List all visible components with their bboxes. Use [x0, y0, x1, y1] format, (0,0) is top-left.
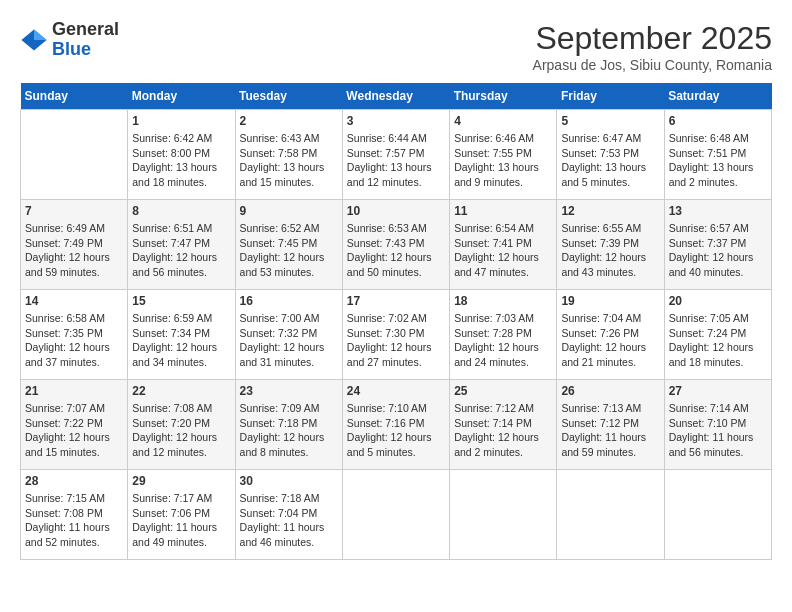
day-number: 11 [454, 204, 552, 218]
day-number: 27 [669, 384, 767, 398]
calendar-cell: 10Sunrise: 6:53 AM Sunset: 7:43 PM Dayli… [342, 200, 449, 290]
day-info: Sunrise: 6:48 AM Sunset: 7:51 PM Dayligh… [669, 131, 767, 190]
day-number: 10 [347, 204, 445, 218]
day-number: 19 [561, 294, 659, 308]
calendar-cell: 11Sunrise: 6:54 AM Sunset: 7:41 PM Dayli… [450, 200, 557, 290]
day-number: 24 [347, 384, 445, 398]
calendar-cell: 18Sunrise: 7:03 AM Sunset: 7:28 PM Dayli… [450, 290, 557, 380]
calendar-cell: 25Sunrise: 7:12 AM Sunset: 7:14 PM Dayli… [450, 380, 557, 470]
day-number: 1 [132, 114, 230, 128]
day-number: 25 [454, 384, 552, 398]
calendar-cell [557, 470, 664, 560]
day-number: 20 [669, 294, 767, 308]
day-info: Sunrise: 7:15 AM Sunset: 7:08 PM Dayligh… [25, 491, 123, 550]
calendar-cell: 1Sunrise: 6:42 AM Sunset: 8:00 PM Daylig… [128, 110, 235, 200]
weekday-header-saturday: Saturday [664, 83, 771, 110]
day-info: Sunrise: 7:05 AM Sunset: 7:24 PM Dayligh… [669, 311, 767, 370]
day-number: 4 [454, 114, 552, 128]
calendar-cell: 15Sunrise: 6:59 AM Sunset: 7:34 PM Dayli… [128, 290, 235, 380]
page-header: General Blue September 2025 Arpasu de Jo… [20, 20, 772, 73]
calendar-cell: 27Sunrise: 7:14 AM Sunset: 7:10 PM Dayli… [664, 380, 771, 470]
logo-general: General [52, 20, 119, 40]
day-info: Sunrise: 7:14 AM Sunset: 7:10 PM Dayligh… [669, 401, 767, 460]
calendar-cell: 19Sunrise: 7:04 AM Sunset: 7:26 PM Dayli… [557, 290, 664, 380]
day-info: Sunrise: 6:47 AM Sunset: 7:53 PM Dayligh… [561, 131, 659, 190]
day-info: Sunrise: 7:02 AM Sunset: 7:30 PM Dayligh… [347, 311, 445, 370]
day-info: Sunrise: 7:17 AM Sunset: 7:06 PM Dayligh… [132, 491, 230, 550]
calendar-cell: 24Sunrise: 7:10 AM Sunset: 7:16 PM Dayli… [342, 380, 449, 470]
day-info: Sunrise: 7:07 AM Sunset: 7:22 PM Dayligh… [25, 401, 123, 460]
day-info: Sunrise: 7:10 AM Sunset: 7:16 PM Dayligh… [347, 401, 445, 460]
weekday-header-thursday: Thursday [450, 83, 557, 110]
calendar-cell: 3Sunrise: 6:44 AM Sunset: 7:57 PM Daylig… [342, 110, 449, 200]
day-number: 18 [454, 294, 552, 308]
calendar-cell: 30Sunrise: 7:18 AM Sunset: 7:04 PM Dayli… [235, 470, 342, 560]
weekday-header-friday: Friday [557, 83, 664, 110]
day-info: Sunrise: 7:09 AM Sunset: 7:18 PM Dayligh… [240, 401, 338, 460]
day-number: 12 [561, 204, 659, 218]
day-number: 8 [132, 204, 230, 218]
day-number: 15 [132, 294, 230, 308]
title-section: September 2025 Arpasu de Jos, Sibiu Coun… [533, 20, 772, 73]
day-info: Sunrise: 6:59 AM Sunset: 7:34 PM Dayligh… [132, 311, 230, 370]
day-number: 26 [561, 384, 659, 398]
logo-blue: Blue [52, 40, 119, 60]
calendar-cell: 8Sunrise: 6:51 AM Sunset: 7:47 PM Daylig… [128, 200, 235, 290]
day-info: Sunrise: 7:04 AM Sunset: 7:26 PM Dayligh… [561, 311, 659, 370]
day-number: 7 [25, 204, 123, 218]
day-info: Sunrise: 6:42 AM Sunset: 8:00 PM Dayligh… [132, 131, 230, 190]
calendar-cell: 6Sunrise: 6:48 AM Sunset: 7:51 PM Daylig… [664, 110, 771, 200]
location-subtitle: Arpasu de Jos, Sibiu County, Romania [533, 57, 772, 73]
day-info: Sunrise: 7:08 AM Sunset: 7:20 PM Dayligh… [132, 401, 230, 460]
calendar-cell: 16Sunrise: 7:00 AM Sunset: 7:32 PM Dayli… [235, 290, 342, 380]
calendar-cell: 12Sunrise: 6:55 AM Sunset: 7:39 PM Dayli… [557, 200, 664, 290]
day-number: 22 [132, 384, 230, 398]
calendar-week-5: 28Sunrise: 7:15 AM Sunset: 7:08 PM Dayli… [21, 470, 772, 560]
day-number: 21 [25, 384, 123, 398]
calendar-week-4: 21Sunrise: 7:07 AM Sunset: 7:22 PM Dayli… [21, 380, 772, 470]
day-info: Sunrise: 6:46 AM Sunset: 7:55 PM Dayligh… [454, 131, 552, 190]
day-number: 17 [347, 294, 445, 308]
calendar-cell: 29Sunrise: 7:17 AM Sunset: 7:06 PM Dayli… [128, 470, 235, 560]
logo-text: General Blue [52, 20, 119, 60]
calendar-cell: 22Sunrise: 7:08 AM Sunset: 7:20 PM Dayli… [128, 380, 235, 470]
day-number: 14 [25, 294, 123, 308]
day-number: 6 [669, 114, 767, 128]
calendar-cell: 7Sunrise: 6:49 AM Sunset: 7:49 PM Daylig… [21, 200, 128, 290]
day-info: Sunrise: 7:12 AM Sunset: 7:14 PM Dayligh… [454, 401, 552, 460]
calendar-week-2: 7Sunrise: 6:49 AM Sunset: 7:49 PM Daylig… [21, 200, 772, 290]
calendar-week-3: 14Sunrise: 6:58 AM Sunset: 7:35 PM Dayli… [21, 290, 772, 380]
calendar-cell [342, 470, 449, 560]
day-info: Sunrise: 6:52 AM Sunset: 7:45 PM Dayligh… [240, 221, 338, 280]
day-info: Sunrise: 7:13 AM Sunset: 7:12 PM Dayligh… [561, 401, 659, 460]
calendar-cell [450, 470, 557, 560]
calendar-week-1: 1Sunrise: 6:42 AM Sunset: 8:00 PM Daylig… [21, 110, 772, 200]
day-number: 5 [561, 114, 659, 128]
calendar-cell: 28Sunrise: 7:15 AM Sunset: 7:08 PM Dayli… [21, 470, 128, 560]
day-number: 28 [25, 474, 123, 488]
calendar-cell: 2Sunrise: 6:43 AM Sunset: 7:58 PM Daylig… [235, 110, 342, 200]
day-number: 29 [132, 474, 230, 488]
calendar-cell [21, 110, 128, 200]
day-info: Sunrise: 7:03 AM Sunset: 7:28 PM Dayligh… [454, 311, 552, 370]
weekday-header-row: SundayMondayTuesdayWednesdayThursdayFrid… [21, 83, 772, 110]
day-number: 16 [240, 294, 338, 308]
day-number: 23 [240, 384, 338, 398]
calendar-cell: 5Sunrise: 6:47 AM Sunset: 7:53 PM Daylig… [557, 110, 664, 200]
day-info: Sunrise: 6:58 AM Sunset: 7:35 PM Dayligh… [25, 311, 123, 370]
day-info: Sunrise: 6:51 AM Sunset: 7:47 PM Dayligh… [132, 221, 230, 280]
calendar-cell: 14Sunrise: 6:58 AM Sunset: 7:35 PM Dayli… [21, 290, 128, 380]
calendar-cell [664, 470, 771, 560]
weekday-header-tuesday: Tuesday [235, 83, 342, 110]
calendar-cell: 9Sunrise: 6:52 AM Sunset: 7:45 PM Daylig… [235, 200, 342, 290]
calendar-table: SundayMondayTuesdayWednesdayThursdayFrid… [20, 83, 772, 560]
day-number: 9 [240, 204, 338, 218]
day-number: 2 [240, 114, 338, 128]
logo: General Blue [20, 20, 119, 60]
day-info: Sunrise: 7:00 AM Sunset: 7:32 PM Dayligh… [240, 311, 338, 370]
day-info: Sunrise: 6:55 AM Sunset: 7:39 PM Dayligh… [561, 221, 659, 280]
day-number: 13 [669, 204, 767, 218]
calendar-cell: 20Sunrise: 7:05 AM Sunset: 7:24 PM Dayli… [664, 290, 771, 380]
calendar-cell: 13Sunrise: 6:57 AM Sunset: 7:37 PM Dayli… [664, 200, 771, 290]
calendar-cell: 17Sunrise: 7:02 AM Sunset: 7:30 PM Dayli… [342, 290, 449, 380]
